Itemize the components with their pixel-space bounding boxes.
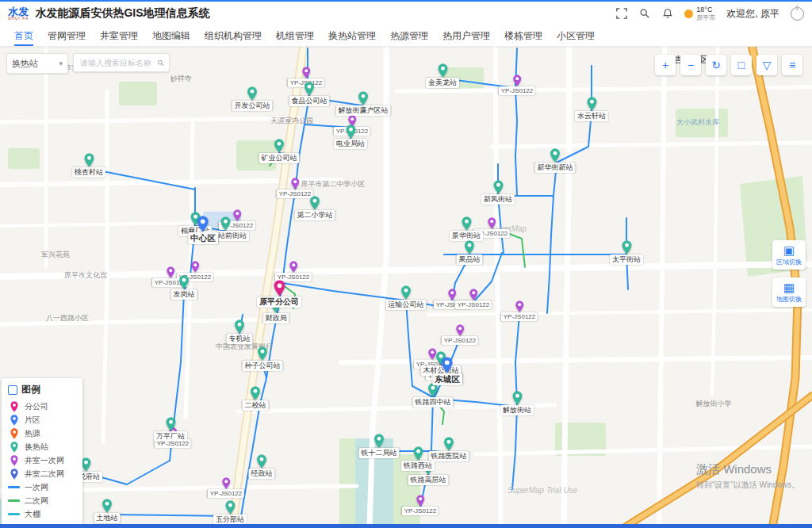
app-window: 水发 SHUI FA 水发能源盾安供热GIS地理信息系统 18°C 原平市 欢迎… — [0, 0, 812, 528]
legend-item-井室一次网: 井室一次网 — [8, 453, 76, 467]
legend-line-swatch — [8, 486, 20, 488]
zoom-out-button[interactable]: − — [680, 55, 701, 75]
well-marker[interactable]: YP-JS0122 — [208, 477, 244, 498]
station-pin-icon — [550, 148, 561, 163]
marker-label: YP-JS0122 — [501, 312, 538, 321]
station-marker[interactable]: 金美龙站 — [426, 63, 459, 88]
marker-label: 水云轩站 — [575, 111, 608, 121]
search-icon[interactable] — [638, 8, 650, 20]
marker-label: 矿业公司站 — [259, 153, 300, 163]
marker-label: 专机站 — [227, 334, 253, 344]
tab-小区管理[interactable]: 小区管理 — [557, 25, 595, 46]
station-marker[interactable]: 新凤街站 — [481, 180, 515, 205]
tab-换热站管理[interactable]: 换热站管理 — [328, 25, 376, 46]
legend-item-热源: 热源 — [8, 427, 76, 440]
tab-楼栋管理[interactable]: 楼栋管理 — [504, 25, 542, 46]
station-pin-icon — [358, 91, 369, 105]
station-marker[interactable]: 万平厂站 — [154, 417, 187, 442]
tab-机组管理[interactable]: 机组管理 — [276, 25, 314, 46]
zoom-in-button[interactable]: + — [655, 55, 676, 75]
station-marker[interactable]: 食品公司站 — [289, 82, 330, 106]
station-marker[interactable]: 五分部站 — [213, 500, 247, 525]
station-marker[interactable]: 二校站 — [243, 386, 269, 411]
well-pin-icon — [513, 75, 522, 86]
well-marker[interactable]: YP-JS0122 — [442, 324, 478, 345]
search-type-select[interactable]: 换热站 ▾ — [6, 53, 68, 74]
well-marker[interactable]: YP-JS0122 — [455, 289, 492, 309]
reset-view-button[interactable]: ↻ — [706, 55, 726, 75]
well-marker[interactable]: YP-JS0122 — [501, 300, 538, 321]
station-marker[interactable]: 矿业公司站 — [259, 139, 300, 163]
well-marker[interactable]: YP-JS0122 — [499, 75, 535, 95]
station-pin-icon — [220, 216, 231, 231]
search-input[interactable] — [79, 58, 154, 68]
marker-label: 铁路高层站 — [408, 475, 449, 485]
station-pin-icon — [235, 319, 245, 334]
basemap-switch-icon: ▦ — [783, 281, 795, 294]
station-marker[interactable]: 太平街站 — [610, 240, 643, 265]
logout-icon[interactable] — [791, 7, 804, 21]
tab-热源管理[interactable]: 热源管理 — [390, 25, 428, 46]
station-marker[interactable]: 果品站 — [457, 240, 483, 265]
legend-title: 图例 — [21, 383, 40, 396]
station-marker[interactable]: 铁路医院站 — [429, 437, 469, 461]
station-pin-icon — [310, 196, 320, 210]
well-pin-icon — [222, 477, 231, 489]
station-marker[interactable]: 土地站 — [94, 499, 121, 523]
marker-label: 原平分公司 — [257, 297, 301, 308]
station-marker[interactable]: 景华街站 — [450, 216, 483, 241]
basemap-switch-button[interactable]: ▦地图切换 — [772, 277, 806, 307]
station-marker[interactable]: 铁路四中站 — [413, 383, 454, 407]
station-marker[interactable]: 新华街新站 — [535, 148, 576, 173]
station-marker[interactable]: 解放街廉户区站 — [336, 91, 391, 116]
station-marker[interactable]: 种子公司站 — [243, 346, 283, 371]
station-marker[interactable]: 桃杏村站 — [72, 153, 105, 178]
station-marker[interactable]: 解放街站 — [500, 391, 534, 415]
tab-地图编辑[interactable]: 地图编辑 — [152, 25, 190, 46]
marker-label: 铁路四中站 — [413, 397, 454, 407]
weather-widget: 18°C 原平市 — [684, 6, 715, 21]
station-pin-icon — [257, 454, 267, 469]
well-marker[interactable]: YP-JS0122 — [275, 261, 312, 281]
station-pin-icon — [258, 346, 268, 361]
line-icon — [8, 499, 20, 502]
district-marker[interactable]: 中心区 — [188, 216, 218, 244]
tab-井室管理[interactable]: 井室管理 — [100, 25, 138, 46]
bell-icon[interactable] — [661, 8, 673, 20]
branch-pin-icon — [274, 280, 285, 297]
marker-label: 万平厂站 — [154, 431, 187, 442]
measure-button[interactable]: □ — [731, 55, 752, 75]
station-marker[interactable]: 水云轩站 — [575, 97, 608, 121]
station-marker[interactable]: 开发公司站 — [232, 86, 273, 111]
page-title: 水发能源盾安供热GIS地理信息系统 — [35, 6, 209, 21]
tab-首页[interactable]: 首页 — [14, 25, 33, 46]
app-logo[interactable]: 水发 SHUI FA — [8, 6, 29, 21]
tab-热用户管理[interactable]: 热用户管理 — [442, 25, 490, 46]
pin-icon — [8, 415, 20, 426]
tab-组织机构管理[interactable]: 组织机构管理 — [205, 25, 262, 46]
tab-管网管理[interactable]: 管网管理 — [48, 25, 86, 46]
marker-label: 桃杏村站 — [72, 167, 105, 178]
station-marker[interactable]: 运输公司站 — [386, 285, 427, 310]
well-pin-icon — [469, 289, 478, 300]
filter-button[interactable]: ▽ — [756, 55, 777, 75]
branch-marker[interactable]: 原平分公司 — [257, 280, 301, 308]
activate-subtitle: 转到“设置”以激活 Windows。 — [696, 480, 799, 491]
station-marker[interactable]: 铁路西站 — [401, 446, 435, 471]
layers-button[interactable]: ≡ — [782, 55, 802, 75]
station-pin-icon — [374, 434, 385, 448]
station-marker[interactable]: 第二小学站 — [295, 196, 335, 220]
station-marker[interactable]: 电业局站 — [334, 124, 367, 149]
station-pin-icon — [102, 499, 113, 513]
station-marker[interactable]: 经政站 — [249, 454, 275, 479]
well-pin-icon — [289, 261, 298, 273]
region-switch-button[interactable]: ▣区域切换 — [772, 240, 806, 270]
map-viewport[interactable]: 原平市实验小学妙祥寺天涯室内公园原平市第二中学小区原平市文化宫军兴花苑八一西路小… — [0, 45, 812, 528]
well-marker[interactable]: YP-JS0122 — [402, 495, 439, 515]
station-marker[interactable]: 铁十二局站 — [359, 434, 400, 458]
marker-label: 东城区 — [432, 373, 462, 385]
station-marker[interactable]: 专机站 — [227, 319, 253, 344]
district-marker[interactable]: 东城区 — [432, 357, 462, 385]
fullscreen-icon[interactable] — [615, 8, 627, 20]
station-marker[interactable]: 发岗站 — [171, 275, 197, 300]
